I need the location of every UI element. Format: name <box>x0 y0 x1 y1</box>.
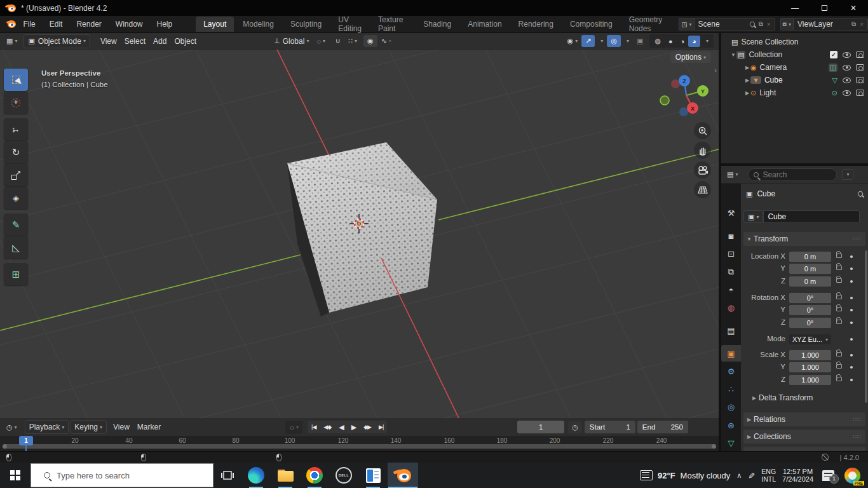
rotation-x-field[interactable]: 0° <box>789 293 831 303</box>
menu-view[interactable]: View <box>97 35 121 48</box>
outliner-row-scene-collection[interactable]: ▤ Scene Collection <box>721 36 868 48</box>
xray-toggle[interactable]: ▣ <box>633 35 647 47</box>
relations-section-header[interactable]: ▶ Relations ∷∷ <box>743 412 865 426</box>
expand-icon[interactable]: ▶ <box>744 65 750 71</box>
location-z-field[interactable]: 0 m <box>789 276 831 287</box>
blender-menu-icon[interactable] <box>6 20 16 29</box>
grip-icon[interactable]: ∷∷ <box>853 236 862 242</box>
camera-view-button[interactable] <box>694 161 711 179</box>
play-button[interactable]: ▶ <box>348 423 360 431</box>
language-indicator[interactable]: ENGINTL <box>761 468 776 483</box>
tab-animation[interactable]: Animation <box>460 17 509 32</box>
chrome-taskbar-icon[interactable] <box>300 463 329 488</box>
properties-options-button[interactable]: ▾ <box>842 169 853 180</box>
tab-collection[interactable]: ▤ <box>721 322 741 339</box>
timeline-ruler[interactable]: 20 40 60 80 100 120 140 160 180 200 220 … <box>0 436 719 451</box>
tool-measure[interactable]: ◺ <box>4 236 28 259</box>
snap-toggle[interactable]: ∪ <box>332 35 344 47</box>
pin-id-icon[interactable] <box>857 190 864 197</box>
file-explorer-taskbar-icon[interactable] <box>271 463 300 488</box>
animate-dot[interactable] <box>850 366 853 369</box>
properties-scrollbar[interactable] <box>865 250 867 403</box>
tab-render[interactable]: ◙ <box>721 227 741 244</box>
edge-taskbar-icon[interactable] <box>241 463 271 488</box>
menu-file[interactable]: File <box>16 17 42 31</box>
copilot-button[interactable]: PRE <box>844 468 860 484</box>
snap-target-dropdown[interactable]: ∷▾ <box>344 35 361 47</box>
grip-icon[interactable]: ∷∷ <box>853 433 862 440</box>
clock-widget[interactable]: 12:57 PM 7/24/2024 <box>782 468 813 483</box>
animate-dot[interactable] <box>850 379 853 381</box>
mesh-data-icon[interactable]: ▽ <box>832 76 837 85</box>
gizmo-neg-x[interactable] <box>671 79 680 88</box>
taskbar-search-input[interactable]: Type here to search <box>31 463 214 487</box>
shading-material-button[interactable]: ◑ <box>677 36 689 47</box>
autokey-toggle[interactable]: ○▾ <box>285 421 302 434</box>
tab-modifiers[interactable]: ⚙ <box>721 363 741 379</box>
dell-taskbar-icon[interactable]: DELL <box>329 463 358 488</box>
blender-taskbar-icon[interactable] <box>388 463 418 488</box>
delta-transform-toggle[interactable]: ▶ Delta Transform <box>751 393 813 402</box>
collection-checkbox[interactable]: ✓ <box>830 51 837 58</box>
proportional-edit-toggle[interactable]: ◉ <box>363 35 377 47</box>
rotation-z-field[interactable]: 0° <box>789 318 831 328</box>
animate-dot[interactable] <box>850 322 853 324</box>
gizmo-neg-z[interactable] <box>679 107 688 116</box>
shading-wireframe-button[interactable]: ◍ <box>651 35 665 47</box>
frame-start-field[interactable]: Start1 <box>585 421 635 433</box>
rotation-mode-dropdown[interactable]: XYZ Eu...▾ <box>789 334 831 344</box>
tab-shading[interactable]: Shading <box>416 17 459 32</box>
gizmo-dropdown[interactable]: ▾ <box>595 36 607 46</box>
new-viewlayer-icon[interactable]: ⧉ <box>851 20 856 28</box>
scale-x-field[interactable]: 1.000 <box>789 350 831 360</box>
menu-select[interactable]: Select <box>121 35 149 48</box>
close-button[interactable]: × <box>839 0 868 16</box>
scene-field[interactable]: Scene ⧉ × <box>694 18 775 30</box>
tab-object-data[interactable]: ▽ <box>721 435 741 451</box>
gizmo-neg-y[interactable] <box>660 96 669 105</box>
tab-modeling[interactable]: Modeling <box>235 17 281 32</box>
tab-sculpting[interactable]: Sculpting <box>283 17 329 32</box>
windows-ink-icon[interactable]: ✎ <box>747 472 756 479</box>
lock-icon[interactable] <box>836 307 842 311</box>
prev-keyframe-button[interactable]: ◀◆ <box>320 424 335 430</box>
object-visibility-dropdown[interactable]: ◉▾ <box>564 35 582 47</box>
disable-render-icon[interactable] <box>856 51 864 58</box>
ortho-toggle-button[interactable] <box>694 181 711 198</box>
object-id-browse[interactable]: ▣▾ <box>743 210 763 223</box>
lock-icon[interactable] <box>836 320 842 324</box>
playhead[interactable]: 1 <box>19 436 33 445</box>
tab-tool[interactable]: ⚒ <box>721 205 741 221</box>
animate-dot[interactable] <box>850 309 853 311</box>
play-reverse-button[interactable]: ◀ <box>335 423 347 431</box>
properties-search-input[interactable]: Search <box>748 168 837 181</box>
tab-physics[interactable]: ◎ <box>721 398 741 415</box>
menu-render[interactable]: Render <box>69 17 108 31</box>
playback-menu[interactable]: Playback▾ <box>25 420 69 434</box>
timeline-editor-type-button[interactable]: ◷▾ <box>3 421 21 433</box>
tool-cursor[interactable] <box>4 92 28 114</box>
animate-dot[interactable] <box>850 268 853 270</box>
jump-to-start-button[interactable]: |◀ <box>308 424 320 430</box>
tab-object[interactable]: ▣ <box>721 345 741 362</box>
light-data-icon[interactable]: ⊙ <box>832 89 837 97</box>
outliner-row-cube[interactable]: ▶ ▼ Cube ▽ <box>721 74 868 86</box>
sidebar-collapse-icon[interactable]: ‹ <box>714 66 717 74</box>
animate-dot[interactable] <box>850 280 853 283</box>
scene-browse-button[interactable]: ◳▾ <box>679 18 693 30</box>
tab-world[interactable]: ◍ <box>721 299 741 316</box>
shading-rendered-button[interactable]: ◕ <box>688 36 700 47</box>
jump-to-end-button[interactable]: ▶| <box>375 424 387 430</box>
timeline-view-menu[interactable]: View <box>109 421 133 433</box>
tool-add-cube[interactable]: ⊞ <box>4 263 28 285</box>
notification-center-button[interactable]: 1 <box>822 470 834 481</box>
menu-help[interactable]: Help <box>150 17 180 31</box>
animate-dot[interactable] <box>850 354 853 356</box>
tool-scale[interactable]: ↗ <box>4 164 28 186</box>
tab-output[interactable]: ⊡ <box>721 245 741 262</box>
show-hidden-icons-button[interactable]: ∧ <box>736 471 742 480</box>
lock-icon[interactable] <box>836 377 842 381</box>
pan-button[interactable] <box>694 142 711 159</box>
minimize-button[interactable]: — <box>780 0 810 16</box>
shading-solid-button[interactable]: ● <box>665 36 677 47</box>
